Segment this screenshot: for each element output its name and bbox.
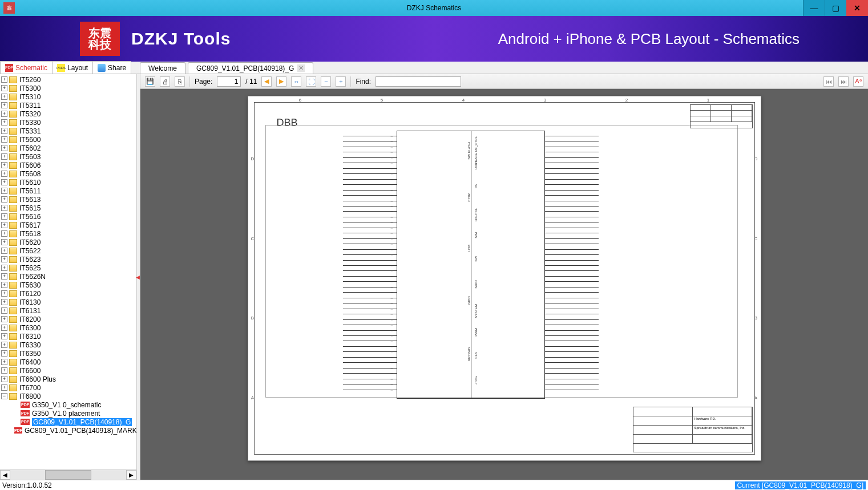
tree-folder[interactable]: +IT6200 xyxy=(1,315,136,323)
expand-icon[interactable]: + xyxy=(1,239,7,245)
expand-icon[interactable]: + xyxy=(1,188,7,194)
copy-button[interactable]: ⎘ xyxy=(175,76,185,87)
expand-icon[interactable]: + xyxy=(1,162,7,168)
scroll-right-button[interactable]: ▶ xyxy=(126,470,136,480)
window-close-button[interactable]: ✕ xyxy=(846,0,868,16)
tree-folder[interactable]: +IT5320 xyxy=(1,110,136,118)
expand-icon[interactable]: + xyxy=(1,128,7,134)
tree-folder[interactable]: +IT6120 xyxy=(1,289,136,298)
expand-icon[interactable]: + xyxy=(1,76,7,83)
fit-page-button[interactable]: ⛶ xyxy=(306,76,316,87)
tree-folder[interactable]: +IT5620 xyxy=(1,238,136,246)
expand-icon[interactable]: + xyxy=(1,136,7,143)
expand-icon[interactable]: + xyxy=(1,333,7,339)
expand-icon[interactable]: + xyxy=(1,102,7,108)
expand-icon[interactable]: + xyxy=(1,119,7,125)
tree-folder[interactable]: +IT5602 xyxy=(1,144,136,152)
tree-folder[interactable]: +IT5611 xyxy=(1,187,136,195)
tree-folder[interactable]: +IT5608 xyxy=(1,169,136,178)
window-minimize-button[interactable]: — xyxy=(803,0,825,16)
expand-icon[interactable]: + xyxy=(1,256,7,262)
expand-icon[interactable]: + xyxy=(1,179,7,185)
expand-icon[interactable]: + xyxy=(1,342,7,348)
tree-folder[interactable]: +IT5606 xyxy=(1,161,136,169)
tree-folder[interactable]: +IT5610 xyxy=(1,178,136,187)
expand-icon[interactable]: + xyxy=(1,350,7,357)
tree-folder[interactable]: +IT6600 Plus xyxy=(1,375,136,383)
tree-folder[interactable]: +IT5615 xyxy=(1,204,136,212)
expand-icon[interactable]: + xyxy=(1,367,7,374)
expand-icon[interactable]: + xyxy=(1,299,7,305)
expand-icon[interactable]: + xyxy=(1,111,7,117)
find-next-button[interactable]: ⏭ xyxy=(838,76,849,87)
expand-icon[interactable]: + xyxy=(1,307,7,314)
expand-icon[interactable]: + xyxy=(1,213,7,220)
doc-tab-current[interactable]: GC809_V1.01_PCB(140918)_G ✕ xyxy=(188,62,313,74)
tree-folder[interactable]: +IT6330 xyxy=(1,341,136,349)
tree-folder[interactable]: +IT5310 xyxy=(1,92,136,101)
highlight-button[interactable]: Aᵃ xyxy=(853,76,863,87)
scroll-thumb[interactable] xyxy=(45,470,91,480)
tree-folder[interactable]: +IT6400 xyxy=(1,358,136,366)
tree-folder[interactable]: +IT6700 xyxy=(1,383,136,392)
tree-folder[interactable]: +IT6350 xyxy=(1,349,136,358)
tree-folder[interactable]: +IT6600 xyxy=(1,366,136,375)
sidebar-tab-layout[interactable]: PADS Layout xyxy=(52,61,93,74)
expand-icon[interactable]: + xyxy=(1,282,7,288)
expand-icon[interactable]: + xyxy=(1,205,7,211)
save-button[interactable]: 💾 xyxy=(145,76,155,87)
expand-icon[interactable]: + xyxy=(1,230,7,237)
tree-file[interactable]: PDFG350_V1 0_schematic xyxy=(1,400,136,409)
tree-folder[interactable]: +IT5630 xyxy=(1,281,136,289)
tree-file[interactable]: PDFGC809_V1.01_PCB(140918)_MARK xyxy=(1,426,136,435)
expand-icon[interactable]: + xyxy=(1,248,7,254)
expand-icon[interactable]: + xyxy=(1,325,7,331)
viewer-canvas[interactable]: 654321 DCBA DCBA DBB ———————————————————… xyxy=(140,89,868,480)
tab-close-icon[interactable]: ✕ xyxy=(297,64,305,72)
tree-horizontal-scrollbar[interactable]: ◀ ▶ xyxy=(0,469,136,480)
tree-folder[interactable]: +IT5625 xyxy=(1,264,136,272)
expand-icon[interactable]: + xyxy=(1,290,7,297)
tree-folder[interactable]: +IT5331 xyxy=(1,127,136,135)
print-button[interactable]: 🖨 xyxy=(160,76,170,87)
tree-folder[interactable]: +IT5626N xyxy=(1,272,136,281)
sidebar-tab-share[interactable]: Share xyxy=(92,61,131,74)
tree-folder[interactable]: +IT5300 xyxy=(1,84,136,92)
tree-folder[interactable]: +IT5311 xyxy=(1,101,136,110)
expand-icon[interactable]: + xyxy=(1,153,7,160)
zoom-out-button[interactable]: − xyxy=(321,76,331,87)
file-tree[interactable]: +IT5260+IT5300+IT5310+IT5311+IT5320+IT53… xyxy=(0,74,136,469)
sidebar-tab-schematic[interactable]: PDF Schematic xyxy=(0,61,53,74)
find-prev-button[interactable]: ⏮ xyxy=(823,76,834,87)
expand-icon[interactable]: + xyxy=(1,273,7,280)
tree-folder[interactable]: +IT5616 xyxy=(1,212,136,221)
zoom-in-button[interactable]: + xyxy=(336,76,346,87)
find-input[interactable] xyxy=(376,76,461,87)
tree-folder[interactable]: +IT6300 xyxy=(1,323,136,332)
tree-folder[interactable]: +IT5330 xyxy=(1,118,136,127)
tree-folder[interactable]: +IT5618 xyxy=(1,229,136,238)
expand-icon[interactable]: + xyxy=(1,171,7,177)
expand-icon[interactable]: + xyxy=(1,94,7,100)
expand-icon[interactable]: + xyxy=(1,265,7,271)
expand-icon[interactable]: + xyxy=(1,384,7,391)
tree-folder[interactable]: +IT5260 xyxy=(1,75,136,84)
expand-icon[interactable]: + xyxy=(1,376,7,382)
expand-icon[interactable]: + xyxy=(1,85,7,91)
page-number-input[interactable] xyxy=(217,76,241,87)
page-prev-button[interactable]: ◀ xyxy=(261,76,272,87)
tree-folder[interactable]: +IT5623 xyxy=(1,255,136,264)
expand-icon[interactable]: + xyxy=(1,316,7,322)
collapse-icon[interactable]: − xyxy=(1,393,7,399)
scroll-left-button[interactable]: ◀ xyxy=(0,470,10,480)
tree-file[interactable]: PDFGC809_V1.01_PCB(140918)_G xyxy=(1,418,136,426)
tree-folder[interactable]: +IT5617 xyxy=(1,221,136,229)
tree-folder[interactable]: +IT6130 xyxy=(1,298,136,306)
tree-folder[interactable]: +IT5600 xyxy=(1,135,136,144)
window-maximize-button[interactable]: ▢ xyxy=(825,0,846,16)
expand-icon[interactable]: + xyxy=(1,145,7,151)
scroll-track[interactable] xyxy=(10,470,126,480)
page-next-button[interactable]: ▶ xyxy=(276,76,286,87)
tree-folder[interactable]: +IT5622 xyxy=(1,246,136,255)
fit-width-button[interactable]: ↔ xyxy=(291,76,301,87)
